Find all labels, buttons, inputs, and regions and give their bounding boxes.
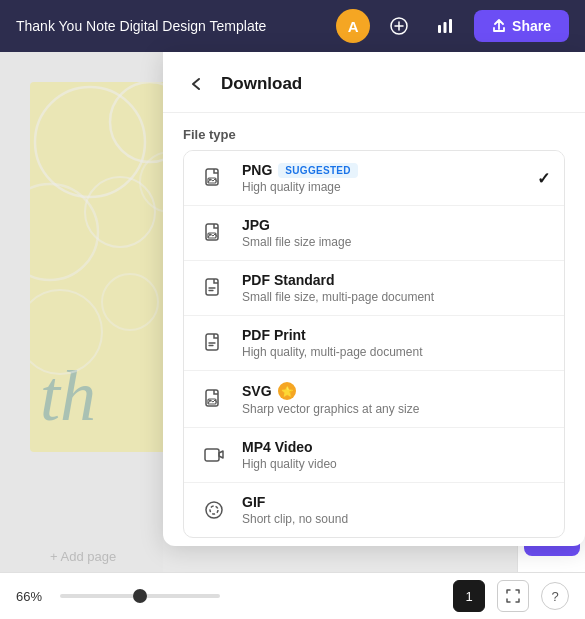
file-type-jpg[interactable]: JPG Small file size image xyxy=(184,206,564,261)
zoom-thumb xyxy=(133,589,147,603)
jpg-name: JPG xyxy=(242,217,550,233)
file-type-pdf-standard[interactable]: PDF Standard Small file size, multi-page… xyxy=(184,261,564,316)
svg-rect-2 xyxy=(444,22,447,33)
file-type-dropdown: PNG SUGGESTED High quality image ✓ xyxy=(183,150,565,538)
mp4-desc: High quality video xyxy=(242,457,550,471)
svg-text: SVG ⭐ Sharp vector graphics at any size xyxy=(242,382,550,416)
help-button[interactable]: ? xyxy=(541,582,569,610)
question-mark-icon: ? xyxy=(551,589,558,604)
avatar[interactable]: A xyxy=(336,9,370,43)
png-desc: High quality image xyxy=(242,180,525,194)
pdf-print-name: PDF Print xyxy=(242,327,550,343)
download-panel: Download File type xyxy=(163,52,585,546)
suggested-badge: SUGGESTED xyxy=(278,163,358,178)
gif-name: GIF xyxy=(242,494,550,510)
pdf-print-icon xyxy=(198,327,230,359)
svg-rect-22 xyxy=(205,449,219,461)
svg-rect-17 xyxy=(206,279,218,295)
gif-icon xyxy=(198,494,230,526)
file-type-section: File type PNG xyxy=(163,113,585,546)
gif-desc: Short clip, no sound xyxy=(242,512,550,526)
svg-rect-18 xyxy=(206,334,218,350)
file-type-svg[interactable]: SVG ⭐ Sharp vector graphics at any size xyxy=(184,371,564,428)
pdf-standard-text: PDF Standard Small file size, multi-page… xyxy=(242,272,550,304)
pdf-standard-name: PDF Standard xyxy=(242,272,550,288)
svg-name: SVG ⭐ xyxy=(242,382,550,400)
svg-point-24 xyxy=(210,506,218,514)
pdf-print-text: PDF Print High quality, multi-page docum… xyxy=(242,327,550,359)
share-button[interactable]: Share xyxy=(474,10,569,42)
svg-rect-1 xyxy=(438,25,441,33)
jpg-icon xyxy=(198,217,230,249)
canvas-area: th + Add page Download File type xyxy=(0,52,585,572)
fullscreen-button[interactable] xyxy=(497,580,529,612)
png-text: PNG SUGGESTED High quality image xyxy=(242,162,525,194)
gif-text: GIF Short clip, no sound xyxy=(242,494,550,526)
file-type-label: File type xyxy=(183,127,565,142)
back-button[interactable] xyxy=(183,70,211,98)
svg-point-23 xyxy=(206,502,222,518)
svg-pro-badge: ⭐ xyxy=(278,382,296,400)
mp4-icon xyxy=(198,439,230,471)
png-name: PNG SUGGESTED xyxy=(242,162,525,178)
canvas-overlay xyxy=(0,52,163,572)
check-icon: ✓ xyxy=(537,169,550,188)
file-type-png[interactable]: PNG SUGGESTED High quality image ✓ xyxy=(184,151,564,206)
svg-desc: Sharp vector graphics at any size xyxy=(242,402,550,416)
zoom-slider[interactable] xyxy=(60,594,220,598)
file-type-gif[interactable]: GIF Short clip, no sound xyxy=(184,483,564,537)
file-type-pdf-print[interactable]: PDF Print High quality, multi-page docum… xyxy=(184,316,564,371)
zoom-percent: 66% xyxy=(16,589,48,604)
add-button[interactable] xyxy=(382,9,416,43)
topbar: Thank You Note Digital Design Template A… xyxy=(0,0,585,52)
pdf-standard-icon xyxy=(198,272,230,304)
svg-file-icon xyxy=(198,383,230,415)
document-title: Thank You Note Digital Design Template xyxy=(16,18,324,34)
svg-rect-3 xyxy=(449,19,452,33)
bottom-bar: 66% 1 ? xyxy=(0,572,585,619)
download-header: Download xyxy=(163,52,585,113)
analytics-button[interactable] xyxy=(428,9,462,43)
download-title: Download xyxy=(221,74,302,94)
pdf-print-desc: High quality, multi-page document xyxy=(242,345,550,359)
jpg-desc: Small file size image xyxy=(242,235,550,249)
pdf-standard-desc: Small file size, multi-page document xyxy=(242,290,550,304)
jpg-text: JPG Small file size image xyxy=(242,217,550,249)
page-number-button[interactable]: 1 xyxy=(453,580,485,612)
mp4-name: MP4 Video xyxy=(242,439,550,455)
file-type-mp4[interactable]: MP4 Video High quality video xyxy=(184,428,564,483)
png-icon xyxy=(198,162,230,194)
mp4-text: MP4 Video High quality video xyxy=(242,439,550,471)
